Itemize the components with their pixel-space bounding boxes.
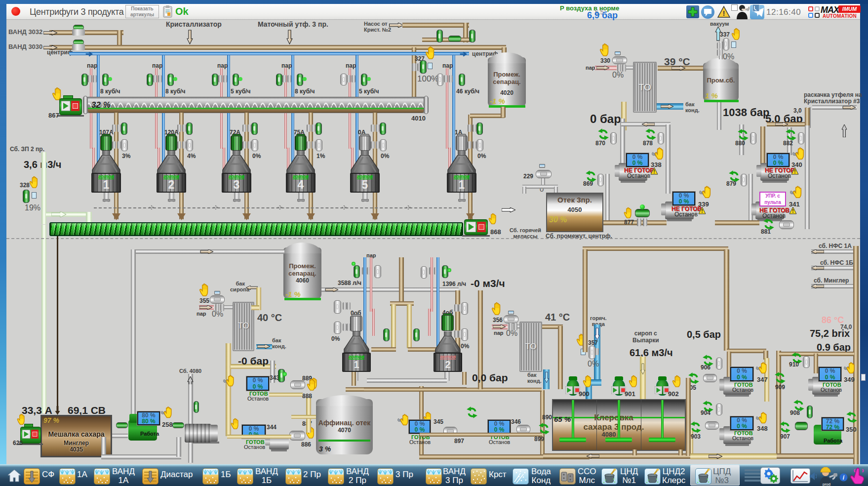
svg-text:!: ! [723,9,725,17]
svg-text:prod: prod [823,482,830,486]
